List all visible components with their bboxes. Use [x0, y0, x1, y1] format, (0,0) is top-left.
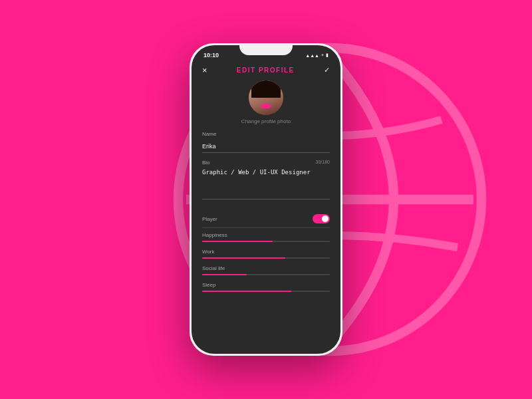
happiness-fill [202, 241, 273, 242]
sleep-label: Sleep [202, 282, 330, 288]
battery-icon: ▮ [326, 53, 329, 58]
player-toggle-row: Player [202, 209, 330, 228]
avatar-section: Change profile photo [202, 80, 330, 124]
status-icons: ▲▲▲ ⌖ ▮ [305, 53, 329, 58]
social-label: Social life [202, 265, 330, 271]
avatar-hair [251, 80, 281, 98]
happiness-track[interactable] [202, 241, 330, 242]
social-fill [202, 274, 247, 275]
bio-field-group: Bio 30/180 Graphic / Web / UI-UX Designe… [202, 160, 330, 209]
work-track[interactable] [202, 257, 330, 259]
phone-screen: 10:10 ▲▲▲ ⌖ ▮ × EDIT PROFILE ✓ [192, 45, 340, 354]
phone-frame: 10:10 ▲▲▲ ⌖ ▮ × EDIT PROFILE ✓ [190, 43, 342, 356]
toggle-knob [322, 215, 329, 222]
work-fill [202, 257, 285, 259]
name-field-group: Name [202, 131, 330, 160]
social-slider-row: Social life [202, 265, 330, 275]
bio-label: Bio [202, 160, 330, 166]
work-label: Work [202, 249, 330, 255]
sliders-container: Happiness Work Social life [202, 232, 330, 292]
change-photo-label[interactable]: Change profile photo [241, 118, 291, 124]
name-input[interactable] [202, 142, 330, 153]
avatar-face [249, 80, 283, 115]
player-toggle[interactable] [313, 214, 330, 223]
avatar-lips [261, 104, 271, 108]
page-title: EDIT PROFILE [237, 66, 295, 74]
phone-notch [239, 43, 293, 55]
signal-icon: ▲▲▲ [305, 53, 319, 58]
avatar-image[interactable] [249, 80, 283, 115]
name-label: Name [202, 131, 330, 137]
status-time: 10:10 [203, 52, 219, 59]
sleep-track[interactable] [202, 291, 330, 292]
wifi-icon: ⌖ [321, 53, 324, 58]
social-track[interactable] [202, 274, 330, 275]
profile-content: Change profile photo Name Bio 30/180 Gra… [192, 80, 340, 354]
sleep-slider-row: Sleep [202, 282, 330, 292]
work-slider-row: Work [202, 249, 330, 259]
bio-counter: 30/180 [316, 160, 330, 164]
happiness-label: Happiness [202, 232, 330, 238]
sleep-fill [202, 291, 291, 292]
player-label: Player [202, 216, 217, 222]
bio-input[interactable]: Graphic / Web / UI-UX Designer [202, 168, 330, 200]
confirm-button[interactable]: ✓ [324, 66, 330, 74]
happiness-slider-row: Happiness [202, 232, 330, 242]
close-button[interactable]: × [202, 65, 207, 75]
edit-profile-header: × EDIT PROFILE ✓ [192, 63, 340, 80]
